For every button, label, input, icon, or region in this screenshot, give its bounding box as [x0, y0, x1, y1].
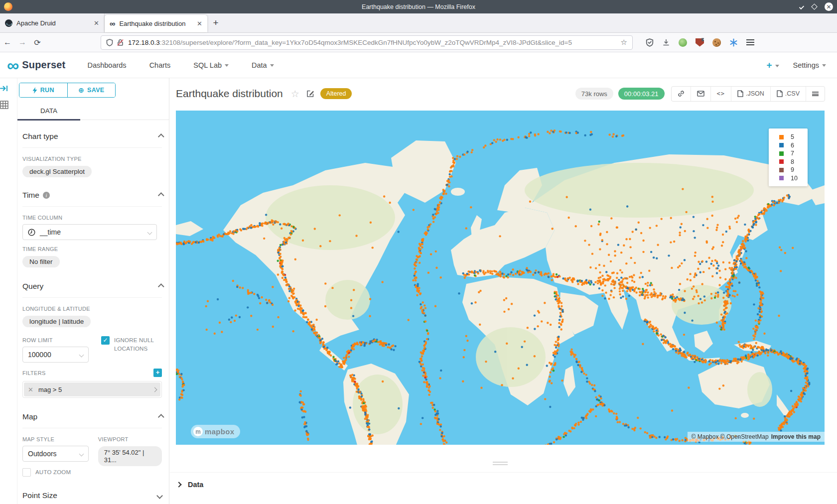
- embed-code-button[interactable]: <>: [710, 87, 731, 101]
- ignore-null-label: IGNORE NULL LOCATIONS: [114, 336, 154, 353]
- lightning-bolt-icon: [32, 87, 37, 94]
- data-panel-toggle[interactable]: Data: [177, 481, 203, 489]
- add-filter-button[interactable]: +: [153, 369, 162, 377]
- window-titlebar: Earthquake distribution — Mozilla Firefo…: [0, 0, 837, 13]
- downloads-icon[interactable]: [662, 38, 670, 47]
- lonlat-value[interactable]: longitude | latitude: [22, 316, 91, 327]
- menu-icon: [812, 92, 819, 96]
- url-bar[interactable]: 172.18.0.3:32108/superset/explore/?form_…: [101, 35, 633, 50]
- chart-menu-button[interactable]: [806, 87, 825, 101]
- file-icon: [777, 90, 783, 97]
- mapbox-logo[interactable]: m mapbox: [191, 425, 240, 438]
- tab-title: Earthquake distribution: [119, 20, 193, 27]
- chart-area: Earthquake distribution ☆ Altered 73k ro…: [170, 78, 837, 504]
- chevron-down-icon: [225, 64, 229, 67]
- expand-panel-icon[interactable]: [0, 84, 8, 93]
- new-tab-button[interactable]: +: [207, 13, 224, 32]
- deckgl-scatter-map[interactable]: 5 6 7 8 9 10 m mapbox © Mapbox © OpenStr…: [176, 111, 825, 445]
- viz-type-value[interactable]: deck.gl Scatterplot: [22, 166, 92, 177]
- section-chart-type[interactable]: Chart type: [22, 130, 162, 142]
- browser-tabbar: Apache Druid ✕ ∞ Earthquake distribution…: [0, 13, 837, 33]
- superset-brand-text: Superset: [22, 59, 65, 71]
- time-range-value[interactable]: No filter: [22, 256, 60, 267]
- application-window: Earthquake distribution — Mozilla Firefo…: [0, 0, 837, 504]
- reload-button[interactable]: ⟳: [30, 38, 45, 47]
- plus-circle-icon: ⊕: [78, 86, 84, 94]
- legend-item: 8: [769, 158, 808, 166]
- superset-logo[interactable]: ∞ Superset: [7, 58, 65, 73]
- back-button[interactable]: ←: [0, 38, 15, 47]
- run-button[interactable]: RUN: [19, 83, 67, 97]
- menu-hamburger-icon[interactable]: [746, 39, 754, 45]
- row-limit-select[interactable]: 100000: [22, 347, 89, 363]
- browser-toolbar: ← → ⟳ 172.18.0.3:32108/superset/explore/…: [0, 33, 837, 52]
- edit-pencil-icon[interactable]: [306, 90, 314, 98]
- tab-close-icon[interactable]: ✕: [197, 20, 202, 27]
- remove-filter-icon[interactable]: ✕: [28, 386, 33, 393]
- new-item-button[interactable]: +: [766, 60, 779, 71]
- nav-sql-lab[interactable]: SQL Lab: [193, 61, 229, 69]
- druid-favicon: [5, 19, 12, 27]
- viewport-value[interactable]: 7° 35' 54.02" | 31...: [98, 446, 162, 466]
- section-point-size[interactable]: Point Size: [22, 490, 162, 502]
- time-column-label: TIME COLUMN: [22, 215, 162, 221]
- section-map[interactable]: Map: [22, 411, 162, 423]
- legend-item: 10: [769, 174, 808, 183]
- info-icon: i: [43, 192, 50, 199]
- settings-menu[interactable]: Settings: [793, 61, 826, 69]
- superset-infinity-icon: ∞: [7, 58, 19, 73]
- cookie-extension-icon[interactable]: [712, 38, 721, 47]
- chevron-down-icon: [775, 65, 779, 67]
- map-style-select[interactable]: Outdoors: [22, 446, 89, 462]
- chevron-up-icon: [158, 133, 164, 140]
- time-column-select[interactable]: __time: [22, 224, 157, 240]
- nav-dashboards[interactable]: Dashboards: [87, 61, 126, 69]
- bookmark-star-icon[interactable]: ☆: [621, 38, 627, 47]
- window-maximize-icon[interactable]: [811, 3, 818, 10]
- row-limit-label: ROW LIMIT: [22, 337, 101, 343]
- earthquake-scatter-layer: [176, 111, 825, 445]
- chart-title: Earthquake distribution: [176, 88, 283, 100]
- insecure-lock-icon[interactable]: [117, 39, 124, 46]
- tab-data[interactable]: DATA: [17, 102, 80, 120]
- dataset-grid-icon[interactable]: [0, 101, 8, 109]
- pocket-shield-icon[interactable]: [646, 38, 654, 47]
- adblocker-badge: 2: [701, 36, 707, 41]
- favorite-star-icon[interactable]: ☆: [291, 88, 299, 100]
- save-button[interactable]: ⊕ SAVE: [67, 83, 116, 97]
- adblocker-shield-icon[interactable]: 2: [696, 38, 704, 47]
- improve-map-link[interactable]: Improve this map: [771, 433, 821, 440]
- tab-earthquake-distribution[interactable]: ∞ Earthquake distribution ✕: [105, 15, 207, 32]
- forward-button[interactable]: →: [15, 38, 30, 47]
- legend-item: 6: [769, 141, 808, 150]
- file-icon: [737, 90, 743, 97]
- window-minimize-icon[interactable]: [799, 4, 804, 9]
- chevron-up-icon: [158, 414, 164, 420]
- extension-green-icon[interactable]: [679, 38, 687, 47]
- chevron-right-icon: [176, 482, 181, 487]
- asterisk-extension-icon[interactable]: [729, 38, 738, 47]
- nav-data[interactable]: Data: [252, 61, 274, 69]
- share-link-button[interactable]: [672, 87, 691, 101]
- auto-zoom-checkbox[interactable]: [22, 468, 31, 477]
- email-button[interactable]: [691, 87, 710, 101]
- section-time[interactable]: Time i: [22, 189, 162, 201]
- chevron-down-icon: [822, 64, 826, 67]
- tab-close-icon[interactable]: ✕: [94, 19, 99, 27]
- legend-swatch: [779, 135, 784, 139]
- window-title: Earthquake distribution — Mozilla Firefo…: [0, 3, 837, 10]
- panel-resize-handle[interactable]: [493, 462, 508, 467]
- permissions-shield-icon[interactable]: [106, 39, 113, 46]
- data-panel-label: Data: [188, 481, 203, 489]
- viewport-label: VIEWPORT: [98, 436, 162, 442]
- chevron-down-icon: [79, 352, 84, 357]
- ignore-null-checkbox[interactable]: ✓: [101, 336, 110, 345]
- filter-item[interactable]: ✕ mag > 5: [22, 381, 162, 398]
- export-csv-button[interactable]: .CSV: [770, 87, 806, 101]
- window-close-icon[interactable]: ✕: [825, 2, 833, 11]
- tab-apache-druid[interactable]: Apache Druid ✕: [0, 13, 105, 32]
- export-json-button[interactable]: .JSON: [731, 87, 770, 101]
- chevron-right-icon: [152, 387, 157, 392]
- section-query[interactable]: Query: [22, 280, 162, 292]
- nav-charts[interactable]: Charts: [149, 61, 171, 69]
